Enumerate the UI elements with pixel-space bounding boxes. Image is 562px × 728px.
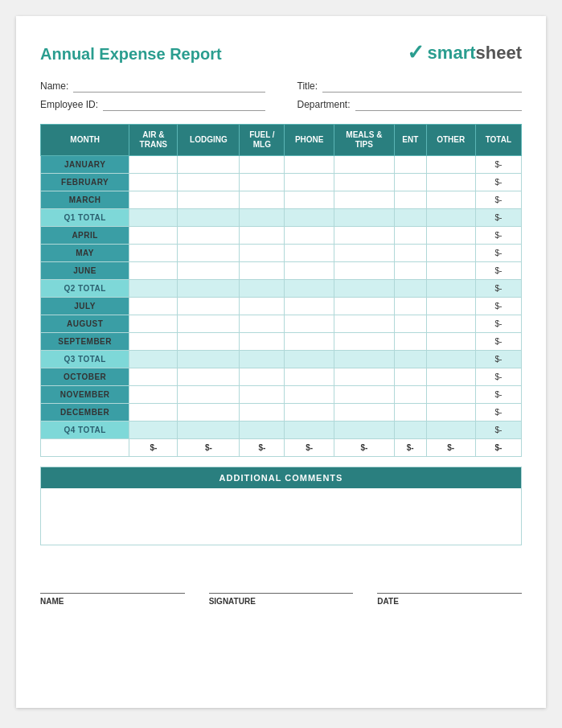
data-cell[interactable]	[426, 227, 475, 245]
data-cell[interactable]	[129, 191, 178, 209]
data-cell[interactable]	[178, 333, 240, 351]
data-cell[interactable]	[129, 245, 178, 262]
data-cell[interactable]	[334, 280, 395, 298]
data-cell[interactable]	[285, 315, 334, 333]
data-cell[interactable]	[334, 245, 395, 262]
data-cell[interactable]	[178, 174, 240, 191]
data-cell[interactable]	[285, 262, 334, 280]
data-cell[interactable]	[240, 174, 285, 191]
data-cell[interactable]	[334, 209, 395, 227]
data-cell[interactable]	[129, 209, 178, 227]
data-cell[interactable]	[285, 156, 334, 174]
data-cell[interactable]	[285, 280, 334, 298]
data-cell[interactable]	[394, 386, 426, 404]
data-cell[interactable]	[334, 227, 395, 245]
data-cell[interactable]	[178, 404, 240, 422]
data-cell[interactable]	[178, 280, 240, 298]
data-cell[interactable]	[426, 333, 475, 351]
data-cell[interactable]	[129, 156, 178, 174]
data-cell[interactable]	[240, 404, 285, 422]
data-cell[interactable]	[394, 351, 426, 368]
data-cell[interactable]	[334, 368, 395, 386]
data-cell[interactable]	[285, 386, 334, 404]
data-cell[interactable]	[394, 156, 426, 174]
data-cell[interactable]	[129, 422, 178, 439]
data-cell[interactable]	[426, 404, 475, 422]
data-cell[interactable]	[178, 209, 240, 227]
data-cell[interactable]	[178, 227, 240, 245]
data-cell[interactable]	[394, 368, 426, 386]
data-cell[interactable]	[334, 386, 395, 404]
title-input[interactable]	[322, 80, 522, 93]
data-cell[interactable]	[240, 386, 285, 404]
data-cell[interactable]	[334, 333, 395, 351]
data-cell[interactable]	[178, 156, 240, 174]
data-cell[interactable]	[240, 368, 285, 386]
employee-id-input[interactable]	[103, 98, 265, 111]
data-cell[interactable]	[178, 422, 240, 439]
data-cell[interactable]	[240, 298, 285, 315]
data-cell[interactable]	[129, 368, 178, 386]
data-cell[interactable]	[285, 351, 334, 368]
data-cell[interactable]	[178, 351, 240, 368]
data-cell[interactable]	[240, 315, 285, 333]
data-cell[interactable]	[240, 191, 285, 209]
data-cell[interactable]	[394, 227, 426, 245]
data-cell[interactable]	[129, 262, 178, 280]
data-cell[interactable]	[240, 209, 285, 227]
data-cell[interactable]	[394, 262, 426, 280]
data-cell[interactable]	[394, 422, 426, 439]
data-cell[interactable]	[285, 191, 334, 209]
data-cell[interactable]	[285, 245, 334, 262]
data-cell[interactable]	[334, 422, 395, 439]
data-cell[interactable]	[426, 262, 475, 280]
data-cell[interactable]	[178, 315, 240, 333]
data-cell[interactable]	[285, 298, 334, 315]
data-cell[interactable]	[426, 351, 475, 368]
data-cell[interactable]	[334, 315, 395, 333]
data-cell[interactable]	[334, 351, 395, 368]
data-cell[interactable]	[129, 174, 178, 191]
name-input[interactable]	[73, 80, 265, 93]
data-cell[interactable]	[394, 315, 426, 333]
data-cell[interactable]	[285, 333, 334, 351]
data-cell[interactable]	[129, 227, 178, 245]
data-cell[interactable]	[129, 351, 178, 368]
data-cell[interactable]	[285, 174, 334, 191]
data-cell[interactable]	[129, 333, 178, 351]
data-cell[interactable]	[426, 422, 475, 439]
data-cell[interactable]	[129, 315, 178, 333]
data-cell[interactable]	[394, 174, 426, 191]
data-cell[interactable]	[426, 209, 475, 227]
data-cell[interactable]	[240, 262, 285, 280]
data-cell[interactable]	[426, 315, 475, 333]
data-cell[interactable]	[240, 156, 285, 174]
data-cell[interactable]	[129, 298, 178, 315]
data-cell[interactable]	[240, 280, 285, 298]
data-cell[interactable]	[334, 191, 395, 209]
data-cell[interactable]	[426, 174, 475, 191]
data-cell[interactable]	[394, 209, 426, 227]
data-cell[interactable]	[178, 191, 240, 209]
data-cell[interactable]	[394, 333, 426, 351]
data-cell[interactable]	[334, 156, 395, 174]
data-cell[interactable]	[129, 280, 178, 298]
data-cell[interactable]	[426, 191, 475, 209]
department-input[interactable]	[355, 98, 522, 111]
data-cell[interactable]	[426, 386, 475, 404]
data-cell[interactable]	[394, 404, 426, 422]
data-cell[interactable]	[240, 227, 285, 245]
data-cell[interactable]	[240, 333, 285, 351]
data-cell[interactable]	[129, 404, 178, 422]
data-cell[interactable]	[334, 262, 395, 280]
data-cell[interactable]	[426, 368, 475, 386]
data-cell[interactable]	[178, 245, 240, 262]
data-cell[interactable]	[394, 298, 426, 315]
data-cell[interactable]	[334, 174, 395, 191]
data-cell[interactable]	[178, 298, 240, 315]
data-cell[interactable]	[285, 422, 334, 439]
data-cell[interactable]	[240, 245, 285, 262]
data-cell[interactable]	[178, 368, 240, 386]
data-cell[interactable]	[285, 227, 334, 245]
data-cell[interactable]	[285, 209, 334, 227]
